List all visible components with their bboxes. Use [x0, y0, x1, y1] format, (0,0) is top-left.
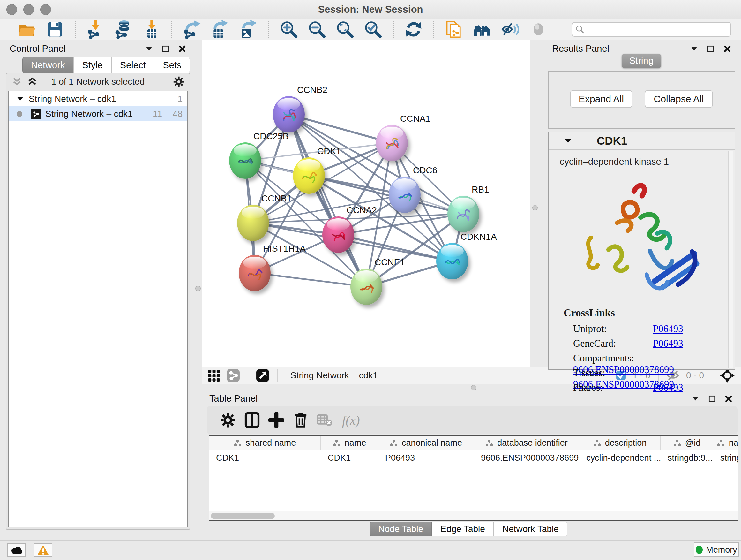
share-document-button[interactable] [445, 20, 464, 39]
network-node-CDC6[interactable] [389, 177, 421, 213]
column-header-name[interactable]: name [321, 436, 378, 450]
tree-expand-icon[interactable] [17, 97, 23, 102]
network-row[interactable]: String Network – cdk1 11 48 [9, 106, 187, 121]
memory-button[interactable]: Memory [694, 543, 739, 557]
bottom-splitter-handle[interactable] [471, 385, 476, 390]
open-session-button[interactable] [17, 20, 37, 39]
network-node-CCNA2[interactable] [322, 216, 354, 253]
search-input[interactable] [571, 22, 731, 37]
grid-view-icon[interactable] [207, 369, 220, 382]
panel-menu-icon[interactable] [145, 45, 153, 53]
home-button[interactable] [473, 20, 492, 39]
left-splitter-handle[interactable] [195, 286, 201, 291]
column-header-canonical-name[interactable]: canonical name [378, 436, 474, 450]
crosslink-value-link[interactable]: P06493 [653, 338, 683, 349]
table-cell[interactable]: stringdb:9... [661, 450, 713, 465]
node-label-CDKN1A: CDKN1A [461, 232, 497, 242]
float-panel-icon[interactable] [708, 395, 716, 403]
table-cell[interactable]: CDK1 [321, 450, 378, 465]
network-node-count: 11 [153, 109, 162, 119]
tab-select[interactable]: Select [111, 57, 154, 73]
close-panel-icon[interactable] [723, 45, 731, 53]
right-splitter-handle[interactable] [532, 205, 538, 210]
tab-network[interactable]: Network [22, 57, 73, 73]
column-header-description[interactable]: description [579, 436, 661, 450]
memory-label: Memory [706, 545, 737, 555]
network-node-CDK1[interactable] [293, 158, 325, 194]
network-node-CCNE1[interactable] [350, 268, 382, 305]
import-table-button[interactable] [142, 20, 161, 39]
column-header-shared-name[interactable]: shared name [209, 436, 321, 450]
node-label-CDC6: CDC6 [413, 165, 437, 176]
zoom-selected-button[interactable] [363, 20, 383, 39]
tab-node-table[interactable]: Node Table [369, 522, 432, 537]
refresh-button[interactable] [404, 20, 423, 39]
table-header-row: shared namenamecanonical namedatabase id… [209, 436, 738, 450]
network-node-HIST1H1A[interactable] [239, 255, 271, 291]
column-header--id[interactable]: @id [661, 436, 713, 450]
network-node-RB1[interactable] [448, 196, 479, 232]
network-node-CCNB1[interactable] [237, 205, 269, 241]
show-graphics-details-button[interactable] [529, 20, 548, 39]
float-panel-icon[interactable] [706, 45, 715, 53]
delete-column-icon[interactable] [293, 412, 309, 428]
create-column-icon[interactable] [268, 412, 284, 428]
network-node-CCNA1[interactable] [376, 125, 408, 161]
scrollbar-thumb[interactable] [211, 513, 275, 519]
hide-graphics-details-button[interactable] [501, 20, 520, 39]
network-canvas[interactable]: CCNB2CCNA1CDC25BCDK1CDC6RB1CCNB1CCNA2CDK… [202, 40, 530, 367]
collapse-all-button[interactable]: Collapse All [645, 90, 713, 108]
import-network-file-button[interactable] [86, 20, 105, 39]
table-settings-gear-icon[interactable] [220, 412, 236, 428]
column-header-namespace[interactable]: namespace [713, 436, 738, 450]
network-options-gear-icon[interactable] [173, 76, 185, 87]
column-header-database-identifier[interactable]: database identifier [474, 436, 579, 450]
close-panel-icon[interactable] [178, 45, 186, 53]
network-node-CDC25B[interactable] [229, 142, 261, 179]
results-tab-string[interactable]: String [622, 54, 661, 68]
show-columns-icon[interactable] [244, 412, 260, 428]
close-panel-icon[interactable] [724, 395, 733, 403]
export-table-button[interactable] [211, 20, 230, 39]
float-panel-icon[interactable] [161, 45, 170, 53]
crosslink-label: Tissues: [573, 367, 653, 379]
panel-menu-icon[interactable] [691, 395, 699, 403]
table-hscrollbar[interactable] [209, 511, 738, 520]
gene-symbol: CDK1 [597, 134, 627, 147]
table-cell[interactable]: stringdb [713, 450, 738, 465]
import-network-database-button[interactable] [114, 20, 133, 39]
title-bar: Session: New Session [0, 0, 741, 19]
panel-menu-icon[interactable] [690, 45, 698, 53]
network-collection-row[interactable]: String Network – cdk1 1 [9, 91, 187, 106]
zoom-in-button[interactable] [279, 20, 298, 39]
warnings-button[interactable] [34, 543, 52, 557]
gene-section-scrollbar[interactable] [728, 151, 733, 368]
table-cell[interactable]: CDK1 [209, 450, 321, 465]
tab-edge-table[interactable]: Edge Table [432, 522, 494, 537]
table-cell[interactable]: 9606.ENSP00000378699 [474, 450, 579, 465]
zoom-out-button[interactable] [307, 20, 327, 39]
tab-sets[interactable]: Sets [154, 57, 190, 73]
warning-icon [37, 545, 49, 556]
table-cell[interactable]: cyclin-dependent ... [579, 450, 661, 465]
gene-collapse-icon[interactable] [564, 138, 572, 144]
network-label: String Network – cdk1 [45, 109, 133, 119]
crosslink-value-link[interactable]: P06493 [653, 323, 683, 334]
export-network-button[interactable] [183, 20, 202, 39]
cloud-button[interactable] [7, 543, 25, 557]
zoom-fit-button[interactable] [335, 20, 354, 39]
gene-section-header[interactable]: CDK1 [549, 132, 735, 150]
table-row[interactable]: CDK1CDK1P064939606.ENSP00000378699cyclin… [209, 450, 738, 465]
string-view-icon[interactable] [226, 369, 240, 382]
network-node-CDKN1A[interactable] [436, 243, 468, 279]
network-node-CCNB2[interactable] [273, 96, 305, 132]
network-status-dot [17, 111, 22, 117]
birdseye-view-icon[interactable] [256, 369, 269, 382]
export-image-button[interactable] [239, 20, 258, 39]
footer-separator [248, 369, 248, 382]
save-session-button[interactable] [45, 20, 64, 39]
table-cell[interactable]: P06493 [378, 450, 474, 465]
tab-style[interactable]: Style [73, 57, 111, 73]
expand-all-button[interactable]: Expand All [570, 90, 632, 108]
tab-network-table[interactable]: Network Table [494, 522, 567, 537]
